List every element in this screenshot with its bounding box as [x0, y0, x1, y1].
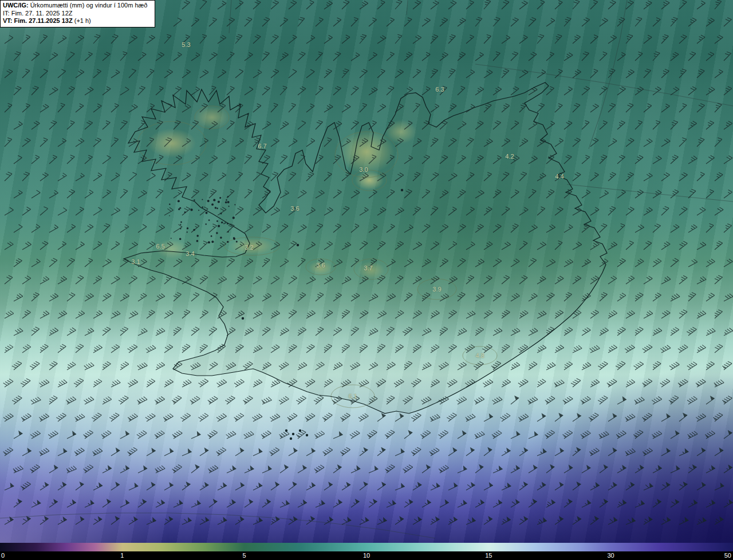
- weather-map-app: 5.36.36.73.04.24.43.66.53.43.23.13.63.73…: [0, 0, 733, 560]
- colorbar-tick-label: 30: [607, 552, 614, 559]
- colorbar-tick-label: 1: [120, 552, 124, 559]
- colorbar-tick-label: 5: [243, 552, 246, 559]
- colorbar: 01510153050: [0, 543, 733, 560]
- init-time-line: IT: Fim. 27. 11. 2025 12Z: [3, 10, 151, 18]
- model-name: UWC/IG:: [3, 2, 29, 9]
- colorbar-gradient: [0, 543, 733, 551]
- chart-title: Úrkomumætti (mm) og vindur í 100m hæð: [29, 2, 148, 9]
- colorbar-tick-label: 15: [485, 552, 492, 559]
- map-area: 5.36.36.73.04.24.43.66.53.43.23.13.63.73…: [0, 0, 733, 543]
- model-info-box: UWC/IG: Úrkomumætti (mm) og vindur í 100…: [0, 0, 155, 27]
- map-overlay: [0, 0, 733, 543]
- colorbar-tick-label: 10: [363, 552, 370, 559]
- colorbar-tick-label: 50: [724, 552, 731, 559]
- iceland-coastline: [124, 82, 607, 413]
- model-title-line: UWC/IG: Úrkomumætti (mm) og vindur í 100…: [3, 2, 151, 10]
- valid-time-line: VT: Fim. 27.11.2025 13Z (+1 h): [3, 17, 151, 25]
- colorbar-tick-label: 0: [1, 552, 5, 559]
- colorbar-ticks: 01510153050: [0, 551, 733, 560]
